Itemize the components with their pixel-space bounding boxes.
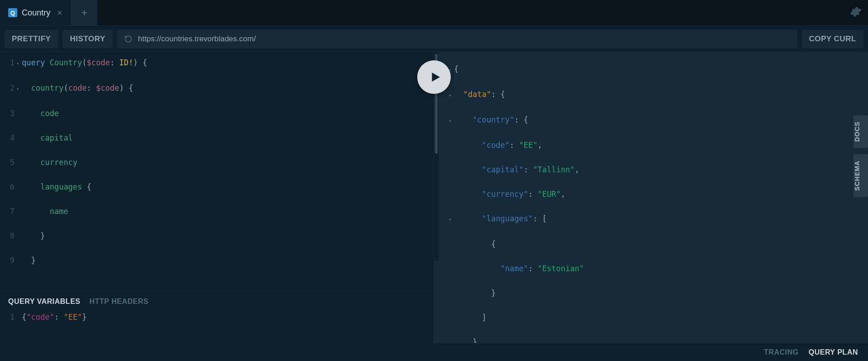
endpoint-url-field[interactable] <box>117 29 797 49</box>
tab-bar: Q Country ✕ <box>0 0 868 26</box>
gear-icon <box>850 6 862 18</box>
variables-editor[interactable]: 1{"code": "EE"} <box>0 308 434 343</box>
tab-country[interactable]: Q Country ✕ <box>0 0 71 25</box>
footer-tracing[interactable]: TRACING <box>764 348 799 356</box>
new-tab-button[interactable] <box>71 0 97 25</box>
close-icon[interactable]: ✕ <box>57 9 63 17</box>
settings-button[interactable] <box>850 6 862 20</box>
query-badge-icon: Q <box>8 8 17 17</box>
tab-http-headers[interactable]: HTTP HEADERS <box>89 298 148 306</box>
query-editor[interactable]: 1▾query Country($code: ID!) { 2▾ country… <box>0 52 434 291</box>
schema-tab[interactable]: SCHEMA <box>853 154 868 197</box>
footer-query-plan[interactable]: QUERY PLAN <box>809 348 858 356</box>
endpoint-url-input[interactable] <box>138 34 790 44</box>
editor-area: 1▾query Country($code: ID!) { 2▾ country… <box>0 52 868 343</box>
prettify-button[interactable]: PRETTIFY <box>5 30 58 48</box>
footer: TRACING QUERY PLAN <box>0 343 868 361</box>
tab-query-variables[interactable]: QUERY VARIABLES <box>8 298 80 306</box>
left-pane: 1▾query Country($code: ID!) { 2▾ country… <box>0 52 434 343</box>
run-button[interactable] <box>417 60 451 94</box>
copy-curl-button[interactable]: COPY CURL <box>802 30 863 48</box>
result-pane[interactable]: ▾{ ▾ "data": { ▾ "country": { "code": "E… <box>434 52 868 343</box>
play-icon <box>429 70 442 84</box>
toolbar: PRETTIFY HISTORY COPY CURL <box>0 26 868 52</box>
plus-icon <box>80 9 88 17</box>
tab-title: Country <box>22 8 50 18</box>
history-button[interactable]: HISTORY <box>63 30 112 48</box>
variables-section: QUERY VARIABLES HTTP HEADERS 1{"code": "… <box>0 291 434 343</box>
docs-tab[interactable]: DOCS <box>853 115 868 148</box>
reload-icon[interactable] <box>124 35 132 43</box>
